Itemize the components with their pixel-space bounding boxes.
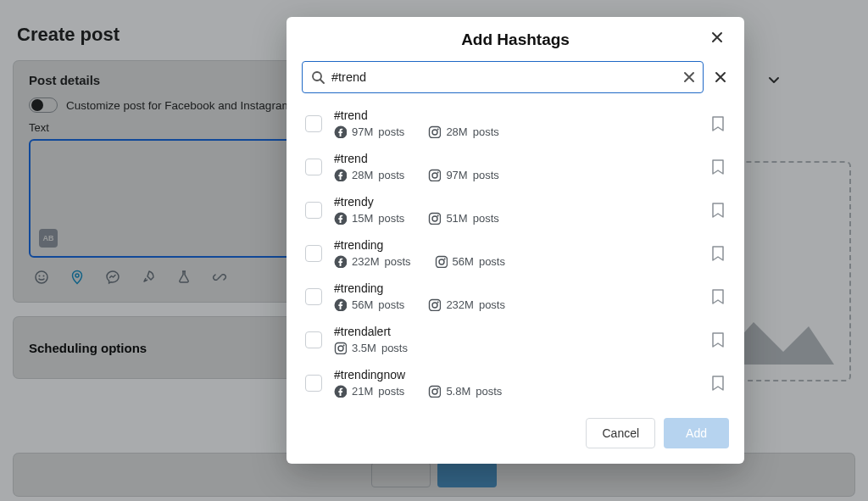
hashtag-result-row[interactable]: #trend28M posts97M posts bbox=[302, 145, 729, 188]
hashtag-results-list: #trend97M posts28M posts#trend28M posts9… bbox=[302, 102, 729, 404]
cancel-button[interactable]: Cancel bbox=[586, 418, 655, 448]
hashtag-stat-suffix: posts bbox=[473, 212, 499, 225]
hashtag-stat-count: 5.8M bbox=[446, 385, 470, 398]
hashtag-result-row[interactable]: #trending56M posts232M posts bbox=[302, 275, 729, 318]
bookmark-icon[interactable] bbox=[710, 159, 726, 175]
hashtag-stat: 232M posts bbox=[428, 298, 505, 311]
hashtag-checkbox[interactable] bbox=[305, 288, 322, 305]
bookmark-icon[interactable] bbox=[710, 375, 726, 392]
hashtag-stat: 97M posts bbox=[334, 125, 404, 138]
hashtag-result-row[interactable]: #trendy15M posts51M posts bbox=[302, 188, 729, 231]
facebook-icon bbox=[334, 169, 347, 181]
hashtag-stat-suffix: posts bbox=[378, 385, 404, 398]
hashtag-stat-suffix: posts bbox=[476, 385, 502, 398]
hashtag-stat-suffix: posts bbox=[378, 298, 404, 311]
hashtag-name: #trendingnow bbox=[334, 368, 698, 381]
hashtag-stat-count: 15M bbox=[352, 212, 373, 225]
clear-search-icon[interactable] bbox=[682, 70, 696, 84]
hashtag-stat-count: 232M bbox=[446, 298, 474, 311]
facebook-icon bbox=[334, 298, 347, 311]
hashtag-stat: 3.5M posts bbox=[334, 342, 408, 354]
hashtag-result-row[interactable]: #trending232M posts56M posts bbox=[302, 231, 729, 275]
hashtag-name: #trendalert bbox=[334, 325, 698, 338]
hashtag-name: #trendy bbox=[334, 195, 698, 209]
instagram-icon bbox=[428, 385, 441, 398]
bookmark-icon[interactable] bbox=[710, 202, 726, 219]
add-hashtags-modal: Add Hashtags #trend97M posts28M posts#tr… bbox=[287, 17, 744, 464]
instagram-icon bbox=[428, 169, 441, 181]
hashtag-checkbox[interactable] bbox=[305, 375, 322, 392]
hashtag-stat: 28M posts bbox=[334, 169, 404, 181]
hashtag-stat-count: 56M bbox=[352, 298, 373, 311]
facebook-icon bbox=[334, 125, 347, 138]
hashtag-stat: 28M posts bbox=[428, 125, 498, 138]
hashtag-name: #trend bbox=[334, 152, 698, 165]
hashtag-stat: 51M posts bbox=[428, 212, 498, 225]
hashtag-checkbox[interactable] bbox=[305, 202, 322, 219]
hashtag-stat-count: 56M bbox=[453, 255, 474, 268]
bookmark-icon[interactable] bbox=[710, 245, 726, 262]
hashtag-name: #trending bbox=[334, 281, 698, 295]
hashtag-result-row[interactable]: #trendalert3.5M posts bbox=[302, 318, 729, 361]
modal-title: Add Hashtags bbox=[461, 31, 570, 49]
hashtag-stat-count: 3.5M bbox=[352, 342, 376, 354]
hashtag-stat-suffix: posts bbox=[378, 212, 404, 225]
instagram-icon bbox=[435, 255, 448, 268]
instagram-icon bbox=[428, 298, 441, 311]
hashtag-stat-suffix: posts bbox=[473, 125, 499, 138]
hashtag-stat: 232M posts bbox=[334, 255, 411, 268]
hashtag-stat-count: 97M bbox=[352, 125, 373, 138]
instagram-icon bbox=[428, 212, 441, 225]
hashtag-stat: 15M posts bbox=[334, 212, 404, 225]
hashtag-stat-count: 28M bbox=[446, 125, 467, 138]
hashtag-result-row[interactable]: #trendingnow21M posts5.8M posts bbox=[302, 361, 729, 404]
hashtag-stat: 56M posts bbox=[334, 298, 404, 311]
hashtag-result-row[interactable]: #trend97M posts28M posts bbox=[302, 102, 729, 145]
modal-close-button[interactable] bbox=[710, 31, 729, 49]
hashtag-stat-suffix: posts bbox=[479, 255, 505, 268]
hashtag-search-box[interactable] bbox=[302, 61, 704, 93]
dismiss-search-button[interactable] bbox=[712, 69, 729, 86]
facebook-icon bbox=[334, 255, 347, 268]
facebook-icon bbox=[334, 385, 347, 398]
bookmark-icon[interactable] bbox=[710, 115, 726, 132]
hashtag-checkbox[interactable] bbox=[305, 331, 322, 348]
hashtag-search-input[interactable] bbox=[331, 70, 676, 84]
hashtag-stat: 97M posts bbox=[428, 169, 498, 181]
instagram-icon bbox=[334, 342, 347, 354]
hashtag-stat: 5.8M posts bbox=[428, 385, 502, 398]
hashtag-stat-suffix: posts bbox=[385, 255, 411, 268]
hashtag-stat: 21M posts bbox=[334, 385, 404, 398]
hashtag-stat-suffix: posts bbox=[378, 125, 404, 138]
hashtag-stat-suffix: posts bbox=[479, 298, 505, 311]
hashtag-stat-suffix: posts bbox=[381, 342, 408, 354]
hashtag-stat-count: 232M bbox=[352, 255, 380, 268]
bookmark-icon[interactable] bbox=[710, 288, 726, 305]
hashtag-stat: 56M posts bbox=[435, 255, 505, 268]
hashtag-checkbox[interactable] bbox=[305, 159, 322, 175]
hashtag-stat-count: 51M bbox=[446, 212, 467, 225]
hashtag-stat-suffix: posts bbox=[473, 169, 499, 181]
hashtag-checkbox[interactable] bbox=[305, 245, 322, 262]
hashtag-stat-suffix: posts bbox=[378, 169, 404, 181]
hashtag-checkbox[interactable] bbox=[305, 115, 322, 132]
hashtag-stat-count: 97M bbox=[446, 169, 467, 181]
hashtag-stat-count: 28M bbox=[352, 169, 373, 181]
facebook-icon bbox=[334, 212, 347, 225]
hashtag-name: #trend bbox=[334, 109, 698, 122]
hashtag-stat-count: 21M bbox=[352, 385, 373, 398]
search-icon bbox=[311, 70, 325, 84]
bookmark-icon[interactable] bbox=[710, 331, 726, 348]
add-button[interactable]: Add bbox=[664, 418, 729, 448]
instagram-icon bbox=[428, 125, 441, 138]
hashtag-name: #trending bbox=[334, 238, 698, 252]
